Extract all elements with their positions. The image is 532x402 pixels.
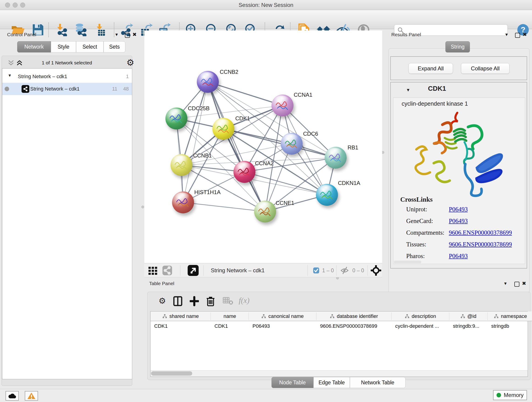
show-grid-button[interactable]: [148, 263, 158, 278]
float-panel-icon[interactable]: [515, 33, 520, 38]
column-label: canonical name: [268, 313, 304, 319]
network-node-cdkn1a[interactable]: [316, 184, 338, 206]
hidden-eye-icon[interactable]: [341, 267, 350, 274]
network-node-ccnb1[interactable]: [171, 154, 192, 176]
close-panel-icon[interactable]: ✖: [523, 32, 527, 37]
network-collection-row[interactable]: ▼ String Network – cdk1 1: [2, 70, 132, 83]
table-panel: Table Panel ▼ ✖ ⚙ f(x): [146, 279, 532, 380]
collapse-all-button[interactable]: Collapse All: [461, 63, 510, 74]
crosslink-link[interactable]: P06493: [449, 206, 468, 213]
network-node-ccne1[interactable]: [254, 201, 276, 223]
table-hscroll-thumb[interactable]: [151, 371, 192, 376]
tab-network[interactable]: Network: [17, 41, 51, 52]
add-column-icon[interactable]: [190, 296, 199, 306]
memory-status-dot: [496, 393, 501, 397]
table-cell[interactable]: stringdb: [488, 321, 532, 331]
birdseye-view-button[interactable]: [187, 263, 199, 278]
node-table: shared namename canonical name database …: [150, 311, 528, 370]
memory-label: Memory: [504, 392, 524, 398]
warning-icon: [27, 392, 36, 400]
table-cell[interactable]: stringdb:9...: [449, 321, 488, 331]
column-header-namespace[interactable]: namespace: [488, 312, 532, 321]
selected-checkbox-icon[interactable]: [313, 267, 319, 274]
crosslink-link[interactable]: P06493: [449, 217, 468, 224]
tab-label: String: [451, 44, 464, 50]
tab-string[interactable]: String: [445, 41, 470, 52]
function-builder-icon[interactable]: f(x): [239, 296, 249, 305]
network-node-ccnb2[interactable]: [197, 71, 219, 93]
show-columns-icon[interactable]: [173, 296, 182, 306]
memory-button[interactable]: Memory: [493, 390, 527, 400]
network-node-ccna1[interactable]: [272, 95, 293, 116]
column-header-canonical-name[interactable]: canonical name: [249, 312, 317, 321]
table-settings-gear-icon[interactable]: ⚙: [158, 296, 166, 306]
float-panel-icon[interactable]: [125, 33, 130, 38]
collection-count: 1: [126, 74, 129, 80]
entry-hscroll-thumb[interactable]: [394, 261, 421, 263]
tab-node-table[interactable]: Node Table: [272, 377, 313, 388]
delete-column-icon[interactable]: [206, 296, 215, 307]
network-options-gear-icon[interactable]: ⚙: [127, 57, 134, 68]
expand-all-button[interactable]: Expand All: [409, 63, 453, 74]
tab-edge-table[interactable]: Edge Table: [313, 377, 350, 388]
collection-expand-icon[interactable]: ▼: [8, 73, 12, 78]
crosslinks-title: CrossLinks: [400, 196, 433, 203]
tab-select[interactable]: Select: [76, 41, 104, 52]
main-toolbar: ?: [0, 10, 532, 29]
network-node-cdc25b[interactable]: [165, 108, 187, 129]
cloud-status-button[interactable]: [6, 391, 19, 401]
table-cell[interactable]: cyclin-dependent ...: [392, 321, 449, 331]
network-edges: [144, 31, 382, 263]
panel-menu-icon[interactable]: ▼: [114, 32, 119, 37]
node-structure-icon: [256, 204, 274, 219]
close-panel-icon[interactable]: ✖: [522, 281, 526, 286]
network-node-ccna2[interactable]: [234, 161, 255, 183]
tab-network-table[interactable]: Network Table: [350, 377, 405, 388]
network-edge[interactable]: [183, 202, 265, 211]
column-header-database-identifier[interactable]: database identifier: [317, 312, 392, 321]
network-share-button[interactable]: [162, 263, 172, 278]
edge-count: 48: [123, 86, 129, 92]
float-panel-icon[interactable]: [514, 282, 519, 287]
crosslink-link[interactable]: P06493: [449, 253, 468, 259]
warning-status-button[interactable]: [25, 391, 38, 401]
network-row-selected[interactable]: String Network – cdk1 11 48: [2, 83, 132, 95]
left-splitter-handle[interactable]: [141, 206, 144, 208]
panel-menu-icon[interactable]: ▼: [505, 32, 509, 37]
selected-counts: 1 – 0: [322, 268, 334, 274]
table-cell[interactable]: 9606.ENSP00000378699: [317, 321, 392, 331]
delete-table-icon[interactable]: [223, 296, 233, 305]
network-canvas[interactable]: CCNB2 CCNA1 CDC25B CDK1 CDC6: [144, 31, 382, 263]
table-cell[interactable]: CDK1: [211, 321, 249, 331]
table-cell[interactable]: CDK1: [151, 321, 211, 331]
network-edge[interactable]: [208, 82, 283, 105]
crosslink-link[interactable]: 9606.ENSP00000378699: [449, 241, 512, 248]
column-header-description[interactable]: description: [392, 312, 449, 321]
network-edge[interactable]: [223, 129, 336, 158]
column-header-shared-name[interactable]: shared name: [151, 312, 211, 321]
tab-label: Select: [82, 44, 97, 50]
table-hscrollbar[interactable]: [150, 370, 528, 377]
column-header--id[interactable]: @id: [449, 312, 488, 321]
fit-selected-button[interactable]: [371, 263, 381, 278]
network-node-hist1h1a[interactable]: [172, 191, 194, 213]
column-header-name[interactable]: name: [211, 312, 249, 321]
tab-style[interactable]: Style: [51, 41, 76, 52]
node-label-cdc25b: CDC25B: [188, 105, 210, 112]
share-icon: [162, 265, 172, 275]
crosslink-link[interactable]: 9606.ENSP00000378699: [449, 229, 512, 236]
network-edge[interactable]: [183, 82, 208, 202]
birdseye-icon: [187, 265, 199, 276]
close-panel-icon[interactable]: ✖: [133, 32, 137, 37]
network-node-rb1[interactable]: [325, 147, 347, 169]
network-node-cdc6[interactable]: [281, 133, 303, 155]
tab-sets[interactable]: Sets: [104, 41, 125, 52]
entry-collapse-icon[interactable]: ▼: [406, 88, 410, 93]
tab-label: Network Table: [361, 380, 394, 386]
network-node-cdk1[interactable]: [212, 118, 234, 140]
table-cell[interactable]: P06493: [249, 321, 317, 331]
node-label-ccna1: CCNA1: [294, 92, 312, 98]
panel-menu-icon[interactable]: ▼: [503, 281, 507, 286]
tab-label: Style: [57, 44, 69, 50]
node-label-hist1h1a: HIST1H1A: [194, 189, 221, 196]
